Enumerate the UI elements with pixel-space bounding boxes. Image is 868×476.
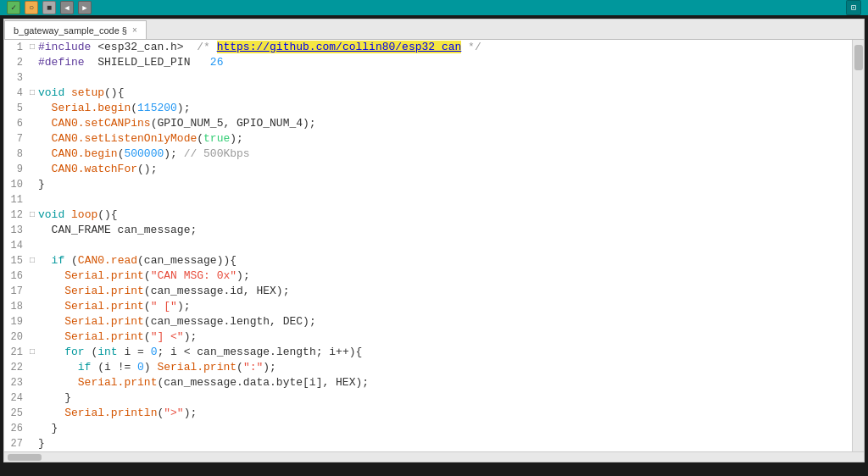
code-line-16: 16 Serial.print("CAN MSG: 0x"); <box>4 268 852 284</box>
code-line-8: 8 CAN0.begin(500000); // 500Kbps <box>4 147 852 162</box>
collapse-6 <box>30 116 38 131</box>
line-number-7: 7 <box>4 131 30 147</box>
line-content-8: CAN0.begin(500000); // 500Kbps <box>38 147 852 162</box>
line-content-5: Serial.begin(115200); <box>38 101 852 116</box>
collapse-18 <box>30 299 38 314</box>
line-content-4: void setup(){ <box>38 86 852 101</box>
line-content-26: } <box>38 421 852 436</box>
editor-content-wrapper: 1 □ #include <esp32_can.h> /* https://gi… <box>4 40 864 451</box>
code-line-23: 23 Serial.print(can_message.data.byte[i]… <box>4 375 852 390</box>
line-number-5: 5 <box>4 101 30 116</box>
code-line-11: 11 <box>4 192 852 208</box>
maximize-button[interactable]: ○ <box>25 1 38 14</box>
code-line-22: 22 if (i != 0) Serial.print(":"); <box>4 360 852 375</box>
line-content-15: if (CAN0.read(can_message)){ <box>38 253 852 268</box>
collapse-5 <box>30 101 38 116</box>
collapse-7 <box>30 131 38 147</box>
app-window: ✓ ○ ■ ◀ ▶ ⊡ b_gateway_sample_code § × 1 <box>0 0 868 476</box>
collapse-19 <box>30 314 38 329</box>
collapse-15[interactable]: □ <box>30 253 38 268</box>
code-line-17: 17 Serial.print(can_message.id, HEX); <box>4 284 852 299</box>
line-content-6: CAN0.setCANPins(GPIO_NUM_5, GPIO_NUM_4); <box>38 116 852 131</box>
code-editor[interactable]: 1 □ #include <esp32_can.h> /* https://gi… <box>4 40 852 451</box>
collapse-1[interactable]: □ <box>30 40 38 55</box>
line-number-12: 12 <box>4 208 30 223</box>
line-content-7: CAN0.setListenOnlyMode(true); <box>38 131 852 147</box>
file-tab[interactable]: b_gateway_sample_code § × <box>4 20 147 39</box>
minimize-button[interactable]: ✓ <box>7 1 20 14</box>
collapse-17 <box>30 284 38 299</box>
collapse-13 <box>30 223 38 238</box>
line-number-3: 3 <box>4 70 30 86</box>
line-content-22: if (i != 0) Serial.print(":"); <box>38 360 852 375</box>
line-content-12: void loop(){ <box>38 208 852 223</box>
line-number-4: 4 <box>4 86 30 101</box>
line-content-20: Serial.print("] <"); <box>38 329 852 345</box>
collapse-26 <box>30 421 38 436</box>
line-number-6: 6 <box>4 116 30 131</box>
line-number-25: 25 <box>4 406 30 421</box>
line-content-17: Serial.print(can_message.id, HEX); <box>38 284 852 299</box>
line-content-21: for (int i = 0; i < can_message.length; … <box>38 345 852 360</box>
code-line-2: 2 #define SHIELD_LED_PIN 26 <box>4 55 852 70</box>
code-line-9: 9 CAN0.watchFor(); <box>4 162 852 177</box>
line-number-16: 16 <box>4 268 30 284</box>
collapse-16 <box>30 268 38 284</box>
code-line-6: 6 CAN0.setCANPins(GPIO_NUM_5, GPIO_NUM_4… <box>4 116 852 131</box>
code-line-4: 4 □ void setup(){ <box>4 86 852 101</box>
line-number-19: 19 <box>4 314 30 329</box>
collapse-11 <box>30 192 38 208</box>
line-number-13: 13 <box>4 223 30 238</box>
code-line-1: 1 □ #include <esp32_can.h> /* https://gi… <box>4 40 852 55</box>
code-line-27: 27 } <box>4 436 852 451</box>
collapse-12[interactable]: □ <box>30 208 38 223</box>
line-number-22: 22 <box>4 360 30 375</box>
collapse-23 <box>30 375 38 390</box>
line-number-18: 18 <box>4 299 30 314</box>
title-bar-right: ⊡ <box>846 0 861 15</box>
close-button[interactable]: ■ <box>42 1 56 14</box>
line-number-27: 27 <box>4 436 30 451</box>
line-content-2: #define SHIELD_LED_PIN 26 <box>38 55 852 70</box>
collapse-10 <box>30 177 38 192</box>
line-number-11: 11 <box>4 192 30 208</box>
collapse-22 <box>30 360 38 375</box>
back-button[interactable]: ◀ <box>60 1 74 14</box>
line-content-25: Serial.println(">"); <box>38 406 852 421</box>
tab-bar: b_gateway_sample_code § × <box>4 19 864 40</box>
collapse-21[interactable]: □ <box>30 345 38 360</box>
collapse-9 <box>30 162 38 177</box>
line-content-27: } <box>38 436 852 451</box>
scroll-thumb-horizontal[interactable] <box>8 454 42 461</box>
code-line-13: 13 CAN_FRAME can_message; <box>4 223 852 238</box>
forward-button[interactable]: ▶ <box>78 1 92 14</box>
horizontal-scrollbar[interactable] <box>4 451 864 462</box>
title-bar: ✓ ○ ■ ◀ ▶ ⊡ <box>0 0 868 15</box>
line-content-16: Serial.print("CAN MSG: 0x"); <box>38 268 852 284</box>
line-content-9: CAN0.watchFor(); <box>38 162 852 177</box>
line-number-20: 20 <box>4 329 30 345</box>
collapse-25 <box>30 406 38 421</box>
line-number-26: 26 <box>4 421 30 436</box>
serial-monitor-icon[interactable]: ⊡ <box>846 0 861 15</box>
line-number-21: 21 <box>4 345 30 360</box>
code-line-15: 15 □ if (CAN0.read(can_message)){ <box>4 253 852 268</box>
code-line-5: 5 Serial.begin(115200); <box>4 101 852 116</box>
collapse-14 <box>30 238 38 253</box>
code-line-20: 20 Serial.print("] <"); <box>4 329 852 345</box>
vertical-scrollbar[interactable] <box>852 40 864 451</box>
collapse-3 <box>30 70 38 86</box>
code-line-19: 19 Serial.print(can_message.length, DEC)… <box>4 314 852 329</box>
code-line-12: 12 □ void loop(){ <box>4 208 852 223</box>
tab-close-button[interactable]: × <box>132 25 137 35</box>
line-content-24: } <box>38 390 852 406</box>
collapse-20 <box>30 329 38 345</box>
editor-area: b_gateway_sample_code § × 1 □ #include <… <box>3 19 865 462</box>
collapse-4[interactable]: □ <box>30 86 38 101</box>
scroll-thumb-vertical[interactable] <box>854 45 863 70</box>
line-number-2: 2 <box>4 55 30 70</box>
line-number-8: 8 <box>4 147 30 162</box>
code-line-14: 14 <box>4 238 852 253</box>
line-content-13: CAN_FRAME can_message; <box>38 223 852 238</box>
line-number-15: 15 <box>4 253 30 268</box>
